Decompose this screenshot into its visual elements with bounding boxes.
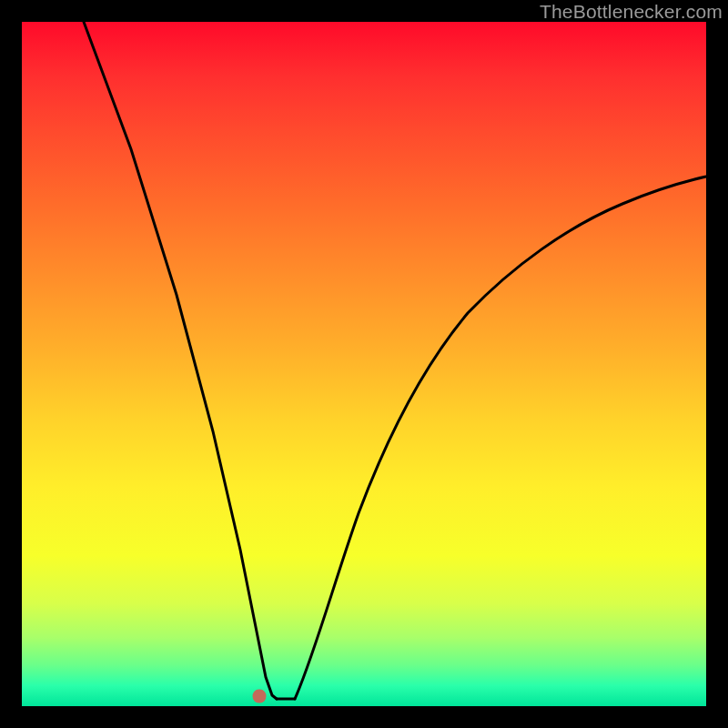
curve-right-branch — [295, 177, 706, 699]
plot-area — [22, 22, 706, 706]
curve-left-branch — [84, 22, 277, 699]
chart-frame: TheBottlenecker.com — [0, 0, 728, 728]
bottleneck-curve — [22, 22, 706, 706]
min-marker — [253, 690, 267, 703]
watermark-text: TheBottlenecker.com — [540, 1, 723, 23]
